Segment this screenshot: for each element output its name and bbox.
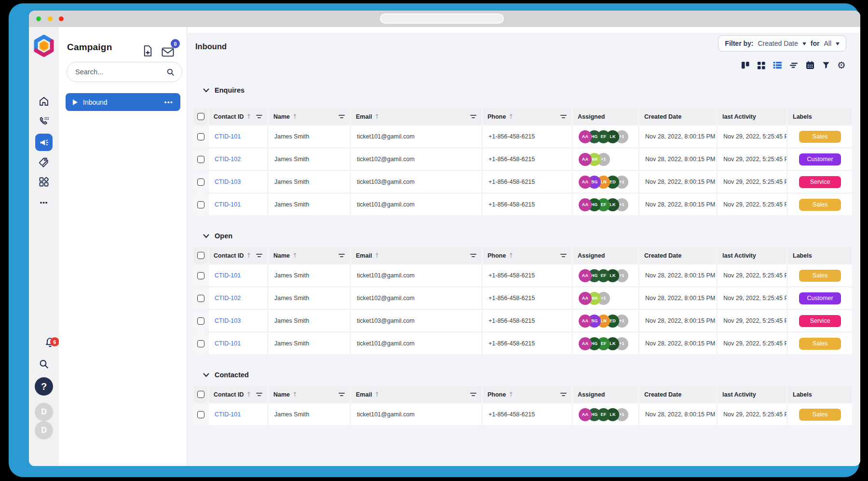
label-pill[interactable]: Sales [799, 270, 841, 282]
sort-asc-icon[interactable]: ↑ [374, 252, 380, 259]
sort-asc-icon[interactable]: ↑ [292, 391, 298, 398]
select-all-checkbox[interactable] [197, 113, 204, 120]
contact-id-link[interactable]: CTID-101 [215, 272, 241, 279]
column-header-email[interactable]: Email↑ [351, 247, 481, 264]
filter-button[interactable] [822, 60, 830, 70]
sort-asc-icon[interactable]: ↑ [292, 252, 298, 259]
traffic-light-green[interactable] [36, 16, 41, 21]
assignee-avatar[interactable]: AA [579, 153, 592, 166]
contact-id-link[interactable]: CTID-103 [215, 317, 241, 324]
sidebar-item-apps[interactable] [38, 176, 50, 190]
new-campaign-button[interactable] [142, 44, 154, 59]
row-checkbox[interactable] [197, 179, 204, 186]
calendar-view-button[interactable] [805, 60, 815, 70]
chevron-down-icon[interactable] [802, 42, 806, 45]
column-header-name[interactable]: Name↑ [269, 108, 350, 125]
chevron-down-icon[interactable] [836, 42, 840, 45]
row-checkbox[interactable] [197, 295, 204, 302]
contact-id-link[interactable]: CTID-101 [215, 340, 241, 347]
help-button[interactable]: ? [35, 377, 53, 396]
sidebar-item-home[interactable] [38, 96, 50, 109]
filter-lines-icon[interactable] [339, 393, 345, 396]
column-header-phone[interactable]: Phone↑ [483, 386, 571, 403]
row-checkbox[interactable] [197, 201, 204, 208]
settings-button[interactable]: ⚙ [837, 60, 846, 70]
address-bar[interactable] [380, 14, 504, 24]
column-header-contact_id[interactable]: Contact ID↑ [209, 108, 267, 125]
assignee-avatar[interactable]: AA [579, 408, 592, 421]
filter-lines-icon[interactable] [470, 393, 476, 396]
assignee-avatar[interactable]: AA [579, 130, 592, 143]
select-all-checkbox[interactable] [197, 252, 204, 259]
filter-lines-icon[interactable] [560, 115, 567, 118]
avatar[interactable]: D [35, 403, 53, 421]
global-search-button[interactable] [38, 358, 50, 372]
label-pill[interactable]: Service [799, 176, 841, 188]
campaign-item-inbound[interactable]: Inbound ••• [66, 93, 180, 111]
row-checkbox[interactable] [197, 156, 204, 163]
row-checkbox[interactable] [197, 340, 204, 347]
column-header-assigned[interactable]: Assigned [573, 386, 638, 403]
sidebar-item-dialer[interactable] [38, 115, 50, 129]
sidebar-item-more[interactable]: ••• [40, 199, 48, 206]
assignee-avatar[interactable]: AA [579, 269, 592, 282]
column-header-last_activity[interactable]: last Activity [718, 108, 787, 125]
sort-asc-icon[interactable]: ↑ [246, 113, 252, 120]
sort-asc-icon[interactable]: ↑ [292, 113, 298, 120]
chevron-down-icon[interactable] [203, 234, 209, 238]
label-pill[interactable]: Service [799, 315, 841, 327]
column-header-contact_id[interactable]: Contact ID↑ [209, 386, 267, 403]
more-options-icon[interactable]: ••• [164, 98, 173, 106]
chevron-down-icon[interactable] [203, 373, 209, 377]
filter-by-value[interactable]: Created Date [758, 40, 798, 47]
filter-lines-icon[interactable] [256, 115, 262, 118]
select-all-checkbox[interactable] [197, 391, 204, 398]
column-header-labels[interactable]: Labels [788, 108, 852, 125]
label-pill[interactable]: Sales [799, 131, 841, 143]
sort-asc-icon[interactable]: ↑ [374, 391, 380, 398]
assignee-avatar[interactable]: AA [579, 292, 592, 305]
contact-id-link[interactable]: CTID-101 [215, 201, 241, 208]
column-header-last_activity[interactable]: last Activity [718, 386, 787, 403]
column-header-email[interactable]: Email↑ [351, 108, 481, 125]
sort-asc-icon[interactable]: ↑ [508, 391, 514, 398]
kanban-view-button[interactable] [741, 60, 750, 70]
column-header-email[interactable]: Email↑ [351, 386, 481, 403]
label-pill[interactable]: Customer [799, 292, 841, 304]
column-header-created[interactable]: Created Date [639, 108, 716, 125]
sort-asc-icon[interactable]: ↑ [508, 252, 514, 259]
column-header-assigned[interactable]: Assigned [573, 108, 638, 125]
label-pill[interactable]: Sales [799, 409, 841, 421]
filter-lines-icon[interactable] [470, 254, 476, 257]
traffic-light-red[interactable] [59, 16, 64, 21]
column-header-last_activity[interactable]: last Activity [718, 247, 787, 264]
avatar[interactable]: D [35, 421, 53, 440]
row-checkbox[interactable] [197, 411, 204, 418]
label-pill[interactable]: Customer [799, 153, 841, 165]
search-input[interactable] [75, 68, 166, 76]
filter-lines-icon[interactable] [339, 254, 345, 257]
row-checkbox[interactable] [197, 272, 204, 279]
assignee-avatar[interactable]: AA [579, 198, 592, 211]
chevron-down-icon[interactable] [203, 88, 209, 93]
contact-id-link[interactable]: CTID-101 [215, 133, 241, 140]
filter-lines-icon[interactable] [256, 254, 262, 257]
filter-lines-icon[interactable] [256, 393, 262, 396]
column-header-labels[interactable]: Labels [788, 386, 852, 403]
traffic-light-yellow[interactable] [48, 16, 53, 21]
sidebar-item-tags[interactable] [38, 156, 50, 170]
sort-asc-icon[interactable]: ↑ [246, 252, 252, 259]
filter-lines-icon[interactable] [470, 115, 476, 118]
column-header-phone[interactable]: Phone↑ [483, 108, 571, 125]
filter-lines-icon[interactable] [560, 254, 567, 257]
for-value[interactable]: All [824, 40, 831, 47]
filter-lines-icon[interactable] [560, 393, 567, 396]
assignee-avatar[interactable]: AA [579, 315, 592, 328]
contact-id-link[interactable]: CTID-101 [215, 411, 241, 418]
filter-bar[interactable]: Filter by: Created Date for All [718, 35, 846, 52]
compact-view-button[interactable] [789, 60, 799, 70]
column-header-created[interactable]: Created Date [639, 247, 716, 264]
contact-id-link[interactable]: CTID-102 [215, 156, 241, 163]
assignee-avatar[interactable]: AA [579, 176, 592, 189]
sort-asc-icon[interactable]: ↑ [374, 113, 380, 120]
